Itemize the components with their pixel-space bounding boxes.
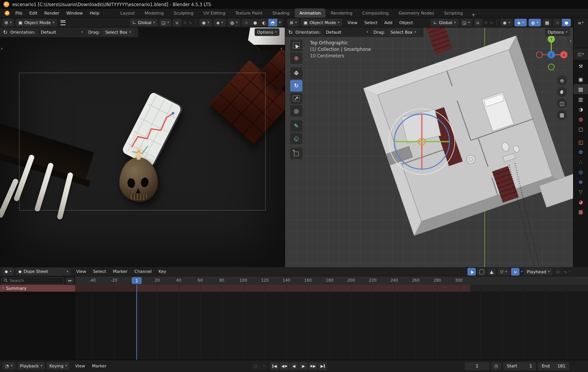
app-menu-icon[interactable] [5,11,10,16]
tab-scripting[interactable]: Scripting [439,8,467,18]
properties-tab-constraints[interactable]: ⊗ [573,177,588,187]
play-reverse-button[interactable]: ◀ [289,362,298,370]
menu-help[interactable]: Help [86,11,103,16]
shading-material-button[interactable]: ◐ [260,19,268,26]
filter-dropdown[interactable]: ▽ ▾ [497,268,510,276]
playhead-line[interactable] [136,285,137,360]
add-workspace-button[interactable]: + [467,12,479,18]
tool-measure[interactable]: ◵ [290,133,302,144]
properties-tab-tool[interactable]: ⚒ [573,61,588,71]
properties-tab-data[interactable]: ▽ [573,187,588,197]
selected-only-box-toggle[interactable] [477,268,486,276]
options-dropdown[interactable]: Options ▾ [255,28,279,36]
menu-window[interactable]: Window [63,11,86,16]
snap-toggle[interactable]: ∪ [173,19,181,26]
jump-to-end-button[interactable]: ▶ [318,362,327,370]
options-dropdown[interactable]: Options ▾ [545,28,570,36]
dope-sheet-mode-select[interactable]: ◆ Dope Sheet ▾ [16,268,71,276]
properties-tab-texture[interactable]: ▦ [573,207,588,217]
ortho-grid-icon[interactable]: ▦ [557,110,567,120]
tool-transform[interactable]: ◎ [290,105,302,117]
transform-orientation-selector[interactable]: ∟ Global ▾ [431,19,458,26]
properties-tab-view-layer[interactable]: ▥ [573,94,588,104]
menu-file[interactable]: File [12,11,26,16]
properties-tab-modifiers[interactable]: ⚙ [573,147,588,157]
axis-y-negative[interactable] [548,64,554,70]
overlays-dropdown[interactable]: ◍ ▾ [529,19,541,26]
tool-select-box[interactable]: ▲ [290,40,302,51]
visibility-dropdown[interactable]: ◉ ▾ [500,19,513,26]
editor-type-button[interactable]: ⊞ ▾ [287,19,299,26]
properties-tab-render[interactable]: ▣ [573,74,588,84]
pivot-point-selector[interactable]: ◲ ▾ [461,19,472,26]
visibility-dropdown[interactable]: ◉ ▾ [199,19,212,26]
tab-sculpting[interactable]: Sculpting [169,8,198,18]
playback-menu[interactable]: Playback ▾ [17,362,45,370]
tl-menu-view[interactable]: View [72,364,88,369]
tab-layout[interactable]: Layout [116,8,139,18]
tab-geometry-nodes[interactable]: Geometry Nodes [394,8,439,18]
collapsed-menus-icon[interactable] [60,20,65,25]
ds-menu-select[interactable]: Select [90,269,109,274]
tab-animation[interactable]: Animation [295,8,325,18]
tab-modeling[interactable]: Modeling [140,8,168,18]
use-preview-range-button[interactable]: ◷ [491,362,501,370]
properties-tab-physics[interactable]: ◎ [573,167,588,177]
tool-add-cube[interactable]: □+ [290,148,302,159]
zoom-icon[interactable]: ⊕ [557,75,567,85]
sidebar-expand-arrow[interactable]: ‹ [570,38,572,44]
properties-icon[interactable]: ◫ [578,52,581,56]
show-errors-toggle[interactable]: ▲! [487,268,496,276]
proportional-edit-icon[interactable]: ⊙ [484,21,488,25]
only-selected-toggle[interactable]: ▲ [467,268,476,276]
orientation-select[interactable]: Default ▾ [323,28,371,36]
current-frame-field[interactable]: 1 [465,362,489,370]
snap-toggle[interactable]: ∪ [511,268,519,276]
shading-solid-button[interactable]: ● [251,19,260,26]
gizmos-dropdown[interactable]: ◈ ▾ [214,19,226,26]
snap-toggle[interactable]: ∪ [474,19,482,26]
xray-toggle[interactable]: ▩ [543,19,551,26]
tab-texture-paint[interactable]: Texture Paint [231,8,267,18]
ds-menu-view[interactable]: View [73,269,90,274]
drag-select[interactable]: Select Box ▾ [103,28,134,36]
shading-dropdown[interactable]: ▾ [277,19,283,26]
menu-select[interactable]: Select [361,20,381,25]
jump-to-start-button[interactable]: ◀ [270,362,279,370]
tab-rendering[interactable]: Rendering [326,8,357,18]
start-frame-field[interactable]: Start 1 [503,362,536,370]
tool-scale[interactable]: ↗ [290,93,302,104]
gizmos-dropdown[interactable]: ◈ ▾ [514,19,527,26]
ds-menu-channel[interactable]: Channel [131,269,155,274]
editor-type-button[interactable]: ◆ ▾ [2,268,14,276]
transform-orientation-selector[interactable]: ∟ Global ▾ [130,19,157,26]
properties-tab-scene[interactable]: ◑ [573,104,588,114]
toolbar-expand-arrow[interactable]: › [1,46,3,51]
keying-menu[interactable]: Keying ▾ [47,362,70,370]
tool-rotate[interactable]: ↻ [290,80,302,91]
sidebar-expand-arrow[interactable]: ‹ [281,46,283,51]
current-frame-indicator[interactable]: 1 [132,277,142,284]
end-frame-field[interactable]: End 181 [538,362,569,370]
viewport-right-canvas[interactable]: Top Orthographic (1) Collection | Smartp… [285,27,573,267]
dope-sheet-grid[interactable] [0,292,588,360]
falloff-icon[interactable]: ∿ [564,270,567,274]
ds-menu-marker[interactable]: Marker [109,269,131,274]
auto-keying-dropdown[interactable]: ▾ [261,362,267,370]
tool-annotate[interactable]: ✎ [290,120,302,132]
snap-target-select[interactable]: Playhead ▾ [524,268,552,276]
menu-render[interactable]: Render [41,11,63,16]
overlays-dropdown[interactable]: ◍ ▾ [228,19,240,26]
orientation-select[interactable]: Default ▾ [38,28,86,36]
tab-compositing[interactable]: Compositing [358,8,394,18]
proportional-edit-toggle[interactable]: ⊙ [554,268,562,276]
tab-shading[interactable]: Shading [268,8,294,18]
tl-menu-marker[interactable]: Marker [88,364,110,369]
mode-selector[interactable]: ▣ Object Mode ▾ [301,19,342,26]
properties-tab-particles[interactable]: ∴ [573,157,588,167]
axis-x-negative[interactable] [536,52,542,58]
editor-type-button[interactable]: ⊞ ▾ [2,19,14,26]
properties-tab-world[interactable]: ◍ [573,114,588,124]
shading-wireframe-button[interactable]: ⊕ [242,19,251,26]
shading-rendered-button[interactable]: ◓ [268,19,277,26]
